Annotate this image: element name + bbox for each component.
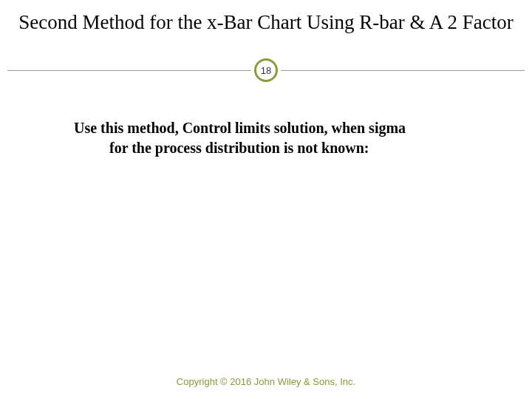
slide-number: 18 [261, 65, 271, 76]
body-text: Use this method, Control limits solution… [74, 118, 480, 158]
slide-number-badge: 18 [254, 58, 278, 82]
slide-number-badge-wrap: 18 [251, 55, 281, 85]
slide-title: Second Method for the x-Bar Chart Using … [7, 10, 525, 35]
body-line-1: Use this method, Control limits solution… [74, 120, 406, 136]
slide: Second Method for the x-Bar Chart Using … [0, 0, 532, 399]
body-line-2: for the process distribution is not know… [74, 138, 480, 158]
copyright-footer: Copyright © 2016 John Wiley & Sons, Inc. [0, 376, 532, 387]
